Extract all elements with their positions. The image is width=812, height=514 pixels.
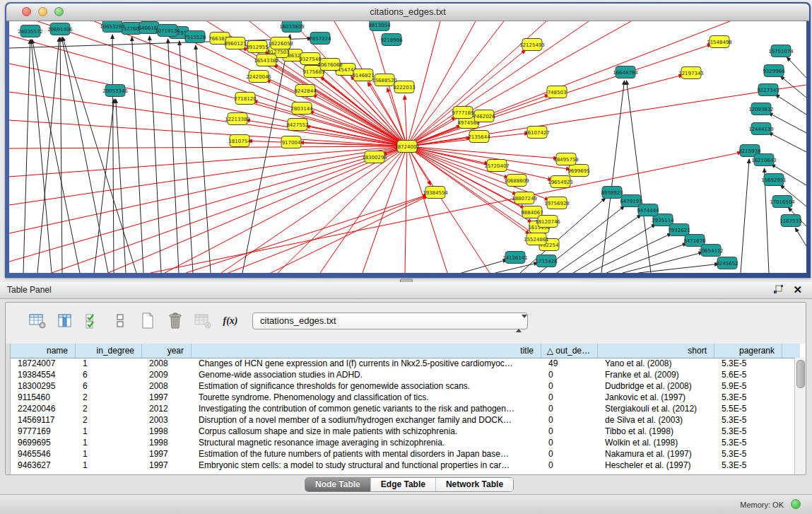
table-row[interactable]: 1872400712008Changes of HCN gene express… xyxy=(11,358,794,369)
citation-edge-red[interactable] xyxy=(407,50,526,146)
graph-node-label: 12444139 xyxy=(748,127,774,132)
table-cell: 14569117 xyxy=(11,414,76,426)
column-header[interactable]: year xyxy=(142,344,192,358)
citation-edge-black[interactable] xyxy=(63,37,136,273)
citation-edge-red[interactable] xyxy=(9,35,407,146)
table-row[interactable]: 1456911722003Disruption of a novel membe… xyxy=(11,414,794,426)
tab-network-table[interactable]: Network Table xyxy=(435,478,513,491)
citation-edge-black[interactable] xyxy=(787,57,806,78)
table-scrollbar[interactable] xyxy=(794,358,806,474)
column-header[interactable]: name xyxy=(11,344,76,358)
table-cell: 1 xyxy=(76,358,142,369)
new-table-icon[interactable] xyxy=(139,313,157,329)
table-cell: 5.3E-5 xyxy=(714,426,782,437)
citation-edge-red[interactable] xyxy=(221,146,407,273)
citation-edge-red[interactable] xyxy=(165,146,407,273)
graph-node-label: 1733426 xyxy=(535,259,558,264)
citation-edge-black[interactable] xyxy=(780,76,806,98)
citation-edge-black[interactable] xyxy=(775,95,806,115)
table-options-icon[interactable] xyxy=(28,313,47,329)
citation-edge-black[interactable] xyxy=(60,37,62,273)
table-cell: Investigating the contribution of common… xyxy=(192,403,541,414)
citation-edge-red[interactable] xyxy=(9,146,407,148)
citation-edge-red[interactable] xyxy=(271,196,428,273)
column-header[interactable]: pagerank xyxy=(714,344,782,358)
network-file-select[interactable]: citations_edges.txt xyxy=(252,313,528,329)
table-cell: 5.3E-5 xyxy=(714,460,782,471)
table-row[interactable]: 1938455462009Genome-wide association stu… xyxy=(11,369,794,380)
graph-node-label: 16543382 xyxy=(254,58,279,64)
citation-edge-red[interactable] xyxy=(320,146,407,273)
citation-edge-black[interactable] xyxy=(168,39,179,273)
tab-edge-table[interactable]: Edge Table xyxy=(370,478,435,491)
tab-node-table[interactable]: Node Table xyxy=(305,478,370,491)
table-cell: 2 xyxy=(76,414,142,426)
citation-edge-red[interactable] xyxy=(407,21,631,146)
citation-edge-black[interactable] xyxy=(769,132,806,152)
citation-edge-black[interactable] xyxy=(606,243,687,273)
table-row[interactable]: 969969511998Structural magnetic resonanc… xyxy=(11,437,794,448)
graph-node-label: 8222033 xyxy=(393,85,415,90)
delete-table-icon[interactable] xyxy=(166,313,184,329)
citation-edge-black[interactable] xyxy=(180,41,193,273)
citation-edge-red[interactable] xyxy=(9,120,407,146)
function-builder-icon[interactable]: f(x) xyxy=(221,313,240,329)
table-scrollbar-thumb[interactable] xyxy=(796,360,805,388)
citation-edge-red[interactable] xyxy=(9,146,407,205)
citation-edge-red[interactable] xyxy=(407,146,552,180)
citation-edge-black[interactable] xyxy=(61,37,108,273)
table-row[interactable]: 2242004622012Investigating the contribut… xyxy=(11,403,794,414)
column-header[interactable]: △ out_de… xyxy=(541,344,598,358)
citation-edge-red[interactable] xyxy=(407,146,447,273)
citation-edge-black[interactable] xyxy=(573,224,656,273)
network-canvas[interactable]: 7485037522549170041167533152760216151521… xyxy=(9,21,806,273)
citation-edge-black[interactable] xyxy=(461,259,507,273)
citation-edge-red[interactable] xyxy=(405,146,407,273)
column-header[interactable]: in_degree xyxy=(76,344,142,358)
citation-edge-black[interactable] xyxy=(769,113,806,133)
table-cell: Stergiakouli et al. (2012) xyxy=(598,403,714,414)
citation-edge-red[interactable] xyxy=(9,146,407,262)
graph-node-label: 9777169 xyxy=(452,110,473,116)
graph-node-label: 8813054 xyxy=(368,23,391,28)
citation-edge-red[interactable] xyxy=(186,195,428,273)
graph-node-label: 9227343 xyxy=(757,88,779,93)
citation-edge-black[interactable] xyxy=(23,40,30,273)
citation-edge-red[interactable] xyxy=(254,100,407,146)
citation-edge-red[interactable] xyxy=(52,146,407,273)
graph-node-label: 24035572 xyxy=(18,29,43,35)
citation-edge-red[interactable] xyxy=(9,64,407,146)
table-row[interactable]: 946554611997Estimation of the future num… xyxy=(11,448,794,460)
citation-edge-red[interactable] xyxy=(9,146,407,177)
select-columns-icon[interactable] xyxy=(83,313,102,329)
column-edit-icon[interactable] xyxy=(56,313,74,329)
graph-node-label: 9218986 xyxy=(380,37,403,43)
column-header[interactable]: title xyxy=(192,344,541,358)
row-height-icon[interactable] xyxy=(111,313,129,329)
citation-edge-black[interactable] xyxy=(116,99,126,273)
citation-edge-black[interactable] xyxy=(112,35,114,273)
network-file-select-value: citations_edges.txt xyxy=(260,315,336,326)
column-header[interactable]: short xyxy=(598,344,714,358)
citation-edge-black[interactable] xyxy=(557,215,641,273)
citation-edge-red[interactable] xyxy=(94,21,407,146)
citation-edge-red[interactable] xyxy=(9,92,407,146)
table-cell: Hescheler et al. (1997) xyxy=(598,460,714,471)
table-row[interactable]: 1830029562008Estimation of significance … xyxy=(11,380,794,392)
float-panel-icon[interactable] xyxy=(773,285,784,295)
network-window-titlebar[interactable]: citations_edges.txt xyxy=(6,4,809,21)
citation-edge-black[interactable] xyxy=(94,99,114,273)
citation-edge-black[interactable] xyxy=(495,263,538,273)
citation-edge-red[interactable] xyxy=(407,146,490,273)
table-row[interactable]: 946362711997Embryonic stem cells: a mode… xyxy=(11,460,794,471)
table-row[interactable]: 911546021997Tourette syndrome. Phenomeno… xyxy=(11,392,794,403)
citation-graph[interactable]: 7485037522549170041167533152760216151521… xyxy=(9,21,806,273)
citation-edge-black[interactable] xyxy=(741,159,749,273)
close-panel-icon[interactable]: ✕ xyxy=(793,284,802,296)
citation-edge-black[interactable] xyxy=(795,228,806,246)
table-cell: 0 xyxy=(541,448,598,460)
table-cell: Tourette syndrome. Phenomenology and cla… xyxy=(192,392,541,403)
table-row[interactable]: 977716911998Corpus callosum shape and si… xyxy=(11,426,794,437)
citation-edge-red[interactable] xyxy=(407,21,589,146)
citation-edge-red[interactable] xyxy=(108,146,407,273)
